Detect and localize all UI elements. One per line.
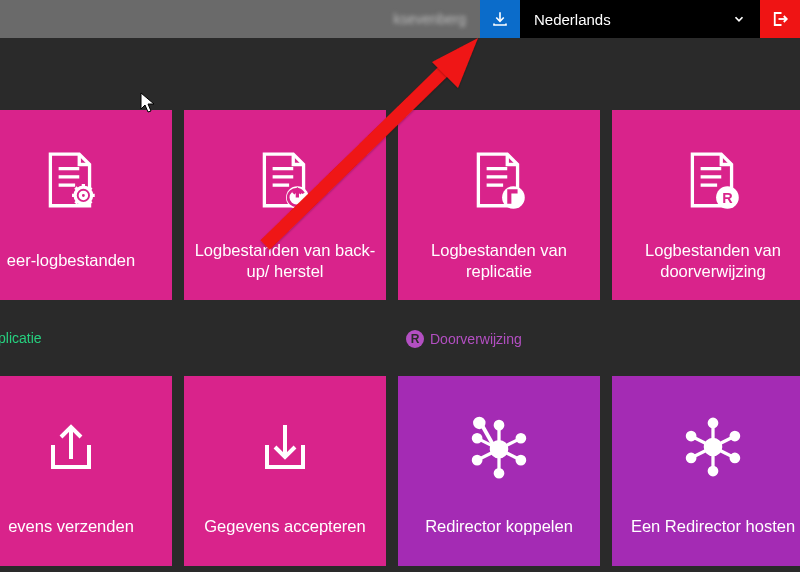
tile-log-eer[interactable]: eer-logbestanden	[0, 110, 172, 300]
network-link-icon	[464, 412, 534, 482]
svg-line-40	[720, 438, 732, 444]
svg-line-44	[720, 450, 732, 456]
svg-text:R: R	[722, 190, 733, 206]
header-spacer: ksevenberg	[0, 0, 480, 38]
file-restore-icon	[252, 148, 318, 214]
tiles-container: eer-logbestanden Logbestanden van back-u…	[0, 110, 800, 572]
svg-line-38	[694, 438, 706, 444]
svg-point-31	[475, 418, 484, 427]
svg-point-32	[705, 439, 720, 454]
svg-point-3	[75, 187, 92, 204]
tile-label: Redirector koppelen	[421, 506, 577, 548]
username-label: ksevenberg	[394, 11, 480, 27]
tile-label: Logbestanden van replicatie	[404, 240, 594, 282]
tile-row: eer-logbestanden Logbestanden van back-u…	[0, 110, 800, 300]
tile-send-data[interactable]: evens verzenden	[0, 376, 172, 566]
svg-point-35	[709, 467, 716, 474]
tile-row: evens verzenden Gegevens accepteren	[0, 376, 800, 566]
svg-point-43	[731, 454, 738, 461]
svg-point-41	[687, 454, 694, 461]
svg-point-37	[687, 432, 694, 439]
language-label: Nederlands	[534, 11, 611, 28]
tile-label: eer-logbestanden	[3, 240, 139, 282]
tile-label: Logbestanden van back-up/ herstel	[190, 240, 380, 282]
send-up-icon	[39, 415, 103, 479]
svg-line-26	[506, 440, 518, 446]
svg-point-27	[473, 456, 480, 463]
chevron-down-icon	[732, 12, 746, 26]
svg-line-30	[506, 452, 518, 458]
tile-redirector-host[interactable]: Een Redirector hosten	[612, 376, 800, 566]
tile-label: Logbestanden van doorverwijzing	[618, 240, 800, 282]
svg-marker-46	[432, 38, 478, 88]
file-replicate-icon	[466, 148, 532, 214]
svg-point-33	[709, 419, 716, 426]
svg-line-28	[480, 452, 492, 458]
svg-point-39	[731, 432, 738, 439]
svg-point-21	[495, 470, 502, 477]
tile-label: Een Redirector hosten	[627, 506, 799, 548]
logout-icon	[771, 10, 789, 28]
tile-accept-data[interactable]: Gegevens accepteren	[184, 376, 386, 566]
svg-point-19	[495, 421, 502, 428]
tile-label: Gegevens accepteren	[200, 506, 369, 548]
svg-point-23	[473, 435, 480, 442]
tile-log-redirect[interactable]: R Logbestanden van doorverwijzing	[612, 110, 800, 300]
file-gear-icon	[38, 148, 104, 214]
svg-point-18	[491, 442, 506, 457]
svg-point-25	[517, 435, 524, 442]
download-icon	[491, 10, 509, 28]
download-button[interactable]	[480, 0, 520, 38]
file-redirect-icon: R	[680, 148, 746, 214]
svg-point-29	[517, 456, 524, 463]
tile-log-backup[interactable]: Logbestanden van back-up/ herstel	[184, 110, 386, 300]
tile-redirector-link[interactable]: Redirector koppelen	[398, 376, 600, 566]
network-host-icon	[678, 412, 748, 482]
receive-down-icon	[253, 415, 317, 479]
logout-button[interactable]	[760, 0, 800, 38]
language-select[interactable]: Nederlands	[520, 0, 760, 38]
svg-line-42	[694, 450, 706, 456]
tile-log-replication[interactable]: Logbestanden van replicatie	[398, 110, 600, 300]
header-bar: ksevenberg Nederlands	[0, 0, 800, 38]
tile-label: evens verzenden	[4, 506, 138, 548]
